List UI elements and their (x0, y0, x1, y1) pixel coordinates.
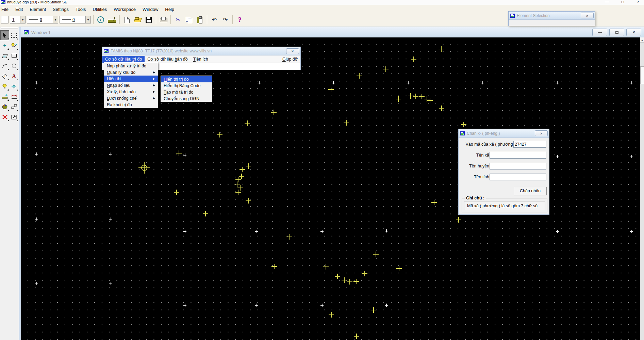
open-file-button[interactable] (133, 15, 143, 25)
selected-survey-point (138, 162, 150, 174)
menu-item[interactable]: Hiển thị trị đo (161, 76, 212, 82)
vertical-scrollbar[interactable]: ▲ (640, 37, 644, 340)
copy-button[interactable] (184, 15, 194, 25)
tool-measure-distance[interactable] (0, 92, 9, 101)
tool-place-point[interactable]: + (0, 41, 9, 50)
tool-fence-manipulate[interactable] (10, 112, 18, 122)
tool-render-light[interactable] (0, 81, 9, 91)
menu-window[interactable]: Window (139, 5, 162, 13)
survey-point (419, 94, 425, 99)
tool-place-arc[interactable] (0, 61, 9, 71)
menu-file[interactable]: File (0, 5, 12, 13)
tool-color-palette[interactable] (0, 102, 9, 112)
field-input[interactable] (490, 152, 546, 159)
new-file-button[interactable] (122, 15, 132, 25)
scrollbar-thumb[interactable] (640, 66, 644, 84)
active-level-combo[interactable]: 1 ▼ (10, 16, 26, 23)
menu-item[interactable]: Lưới khống chế▶ (104, 95, 158, 101)
menu-help[interactable]: Help (162, 5, 178, 13)
paste-icon (197, 17, 202, 23)
tool-select-rectangle[interactable] (10, 30, 18, 40)
menu-element[interactable]: Element (26, 5, 49, 13)
famis-title: FAMIS theo N§88+TT17 (T7/2010) website:w… (111, 49, 286, 53)
tool-place-tag[interactable]: 1 (0, 71, 9, 81)
line-weight-combo[interactable]: 0 ▼ (27, 16, 58, 23)
tool-hatch-area[interactable] (0, 51, 9, 61)
menu-item[interactable]: Ra khỏi trị đo (104, 101, 158, 108)
app-close-button[interactable]: × (635, 0, 641, 4)
menu-item[interactable]: Hiển thị Bảng Code (161, 82, 212, 89)
field-input[interactable] (490, 163, 546, 169)
survey-point (383, 66, 389, 72)
auxiliary-tool-button[interactable] (107, 15, 116, 25)
print-button[interactable] (159, 15, 168, 25)
menu-settings[interactable]: Settings (49, 5, 72, 13)
famis-titlebar[interactable]: FAMIS theo N§88+TT17 (T7/2010) website:w… (102, 47, 300, 55)
menu-item[interactable]: Xử lý, tính toán▶ (104, 88, 158, 95)
field-input[interactable] (513, 141, 546, 148)
element-selection-close-button[interactable]: × (581, 13, 594, 18)
tool-place-circle[interactable] (10, 61, 18, 71)
scroll-up-icon[interactable]: ▲ (640, 37, 644, 43)
famis-close-button[interactable]: × (286, 48, 299, 54)
element-info-button[interactable]: i (96, 15, 105, 25)
grid-cross (407, 81, 410, 84)
window1-titlebar[interactable]: Window 1 × (21, 27, 644, 37)
paste-button[interactable] (195, 15, 204, 25)
famis-menu-item[interactable]: Tiện ích (191, 56, 211, 63)
note-text: Mã xã ( phường ) là số gồm 7 chữ số (464, 201, 545, 210)
famis-menu-item[interactable]: Cơ sở dữ liệu trị đo (102, 56, 145, 63)
window1-restore-button[interactable] (609, 29, 624, 36)
menu-item[interactable]: Nạp phần xử lý trị đo (104, 63, 158, 69)
palette-grip[interactable] (1, 27, 18, 29)
window1-minimize-button[interactable] (592, 29, 607, 36)
grid-cross (109, 217, 112, 221)
tool-element-selection-pointer[interactable] (0, 30, 9, 40)
place-tag-icon: 1 (2, 74, 8, 79)
window1-close-button[interactable]: × (626, 29, 641, 36)
tool-place-active-point[interactable] (10, 81, 18, 91)
famis-menu-item[interactable]: Giúp đỡ (280, 56, 300, 63)
undo-button[interactable]: ↶ (210, 15, 219, 25)
cut-button[interactable]: ✂ (173, 15, 183, 25)
tool-delete-element[interactable] (0, 112, 9, 122)
change-attributes-icon (11, 43, 17, 48)
tool-dimension-element[interactable] (10, 92, 18, 101)
element-selection-titlebar[interactable]: Element Selection × (509, 12, 595, 20)
line-style-combo[interactable]: 0 ▼ (60, 16, 91, 23)
menu-workspace[interactable]: Workspace (110, 5, 139, 13)
accept-button[interactable]: Chấp nhận (514, 187, 546, 195)
menu-item[interactable]: Nhập số liệu▶ (104, 82, 158, 88)
grid-cross (320, 230, 324, 233)
active-color-swatch[interactable] (1, 16, 9, 23)
survey-point (176, 150, 182, 156)
tool-place-block[interactable] (10, 51, 18, 61)
app-maximize-button[interactable]: □ (620, 0, 626, 4)
menu-item[interactable]: Tạo mô tả trị đo (161, 89, 212, 95)
menu-item[interactable]: Chuyển sang DGN (161, 95, 212, 102)
chevron-down-icon[interactable]: ▼ (53, 16, 58, 23)
save-button[interactable] (144, 15, 153, 25)
menu-utilities[interactable]: Utilities (89, 5, 110, 13)
menu-item[interactable]: Quản lý khu đo▶ (104, 69, 158, 76)
field-input[interactable] (490, 174, 546, 180)
survey-point (431, 200, 437, 205)
tool-copy-element[interactable] (10, 102, 18, 112)
line-style-value: 0 (72, 17, 75, 22)
commune-dialog-titlebar[interactable]: Chän x· ( ph-êng ) × (459, 129, 549, 138)
tool-change-attributes[interactable] (10, 41, 18, 50)
chevron-down-icon[interactable]: ▼ (85, 16, 90, 23)
redo-button[interactable]: ↷ (220, 15, 230, 25)
menu-tools[interactable]: Tools (72, 5, 89, 13)
app-title: nhuquye.dgn (2D) - MicroStation SE (7, 0, 67, 4)
menu-item[interactable]: Hiển thị▶ (104, 76, 158, 82)
tool-place-text[interactable]: A (10, 71, 18, 81)
commune-dialog-title: Chän x· ( ph-êng ) (467, 131, 535, 136)
app-minimize-button[interactable]: — (604, 0, 610, 4)
chevron-down-icon[interactable]: ▼ (20, 16, 25, 23)
grid-cross (630, 155, 633, 158)
commune-dialog-close-button[interactable]: × (535, 130, 548, 136)
help-button[interactable]: ? (235, 15, 245, 25)
famis-menu-item[interactable]: Cơ sở dữ liệu bản đồ (145, 56, 191, 63)
menu-edit[interactable]: Edit (12, 5, 26, 13)
